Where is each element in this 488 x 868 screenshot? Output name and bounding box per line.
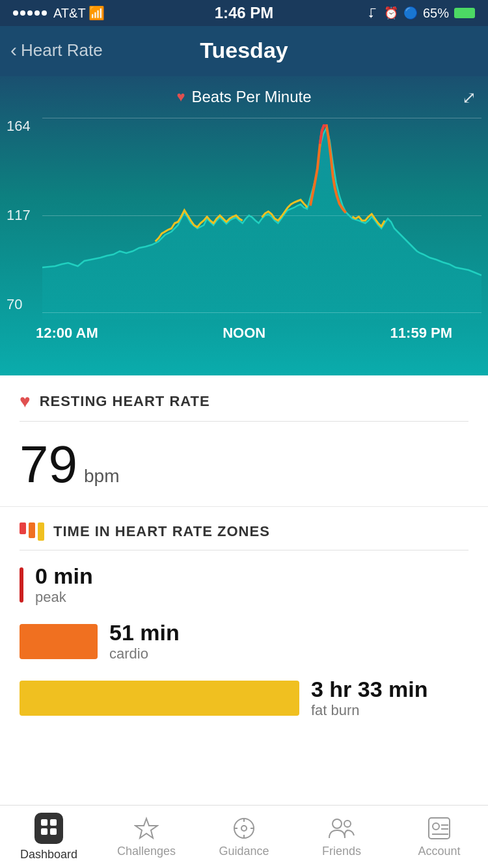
x-label-start: 12:00 AM: [36, 325, 98, 342]
heart-rate-chart-container: ♥ Beats Per Minute ⤢ 164 117 70: [0, 76, 488, 375]
x-label-end: 11:59 PM: [390, 325, 452, 342]
nav-item-account[interactable]: Account: [390, 806, 488, 868]
back-chevron-icon: ‹: [10, 40, 17, 60]
nav-item-guidance[interactable]: Guidance: [195, 806, 293, 868]
zone-row-cardio: 51 min cardio: [20, 620, 468, 662]
battery-icon: [454, 8, 475, 18]
chart-legend: ♥ Beats Per Minute: [0, 76, 488, 111]
back-button[interactable]: ‹ Heart Rate: [10, 40, 103, 61]
heart-rate-svg: [42, 111, 481, 319]
y-label-mid: 117: [7, 207, 39, 224]
stats-section: ♥ RESTING HEART RATE 79 bpm TIME IN HEAR…: [0, 375, 488, 814]
nav-item-dashboard[interactable]: Dashboard: [0, 806, 98, 868]
nav-label-guidance: Guidance: [219, 845, 269, 858]
x-axis-labels: 12:00 AM NOON 11:59 PM: [0, 319, 488, 342]
svg-point-7: [241, 826, 247, 831]
expand-button[interactable]: ⤢: [462, 88, 476, 108]
resting-hr-unit: bpm: [84, 466, 119, 487]
zone-info-peak: 0 min peak: [35, 563, 93, 606]
battery-label: 65%: [423, 6, 449, 21]
resting-hr-value: 79: [20, 439, 77, 491]
zone-bar-peak: [20, 567, 23, 603]
bluetooth-icon: 🔵: [403, 6, 418, 20]
page-header: ‹ Heart Rate Tuesday: [0, 26, 488, 76]
zone-bar-fatburn: [20, 681, 299, 716]
svg-point-15: [433, 823, 439, 830]
zone-time-cardio: 51 min: [109, 620, 180, 645]
status-left: AT&T 📶: [13, 5, 105, 21]
svg-rect-3: [41, 828, 47, 835]
x-label-mid: NOON: [223, 325, 265, 342]
resting-hr-title: RESTING HEART RATE: [40, 393, 210, 410]
wifi-icon: 📶: [88, 5, 105, 21]
zones-icon: [20, 522, 44, 541]
svg-rect-2: [50, 819, 57, 826]
zones-section: TIME IN HEART RATE ZONES 0 min peak 51 m…: [0, 507, 488, 749]
y-label-high: 164: [7, 118, 39, 135]
y-label-low: 70: [7, 296, 39, 313]
resting-hr-section: ♥ RESTING HEART RATE 79 bpm: [0, 375, 488, 507]
status-time: 1:46 PM: [215, 4, 274, 22]
svg-point-12: [332, 819, 342, 828]
zone-bar-yellow: [38, 522, 44, 541]
zone-bar-cardio: [20, 624, 98, 659]
account-icon: [427, 816, 452, 841]
chart-svg-wrapper: [42, 111, 481, 319]
back-label: Heart Rate: [21, 40, 103, 61]
svg-marker-5: [135, 819, 157, 838]
friends-icon: [328, 816, 355, 841]
zone-name-peak: peak: [35, 589, 93, 606]
nav-item-friends[interactable]: Friends: [293, 806, 390, 868]
zone-bar-red: [20, 522, 26, 534]
status-bar: AT&T 📶 1:46 PM ⮦ ⏰ 🔵 65%: [0, 0, 488, 26]
page-title: Tuesday: [200, 38, 288, 63]
zone-row-fatburn: 3 hr 33 min fat burn: [20, 677, 468, 719]
zone-name-cardio: cardio: [109, 645, 180, 662]
legend-heart-icon: ♥: [176, 88, 185, 105]
zone-bar-orange: [29, 522, 35, 538]
zone-info-cardio: 51 min cardio: [109, 620, 180, 662]
zone-time-peak: 0 min: [35, 563, 93, 589]
resting-hr-header: ♥ RESTING HEART RATE: [20, 391, 468, 422]
svg-rect-4: [50, 828, 57, 835]
chart-area: 164 117 70: [7, 111, 481, 319]
alarm-icon: ⏰: [384, 6, 398, 20]
legend-text: Beats Per Minute: [191, 88, 311, 106]
nav-label-account: Account: [418, 845, 460, 858]
location-icon: ⮦: [367, 7, 379, 20]
zone-info-fatburn: 3 hr 33 min fat burn: [311, 677, 428, 719]
guidance-icon: [232, 816, 256, 841]
carrier-label: AT&T: [53, 6, 86, 21]
signal-dots: [13, 10, 47, 16]
status-right: ⮦ ⏰ 🔵 65%: [367, 6, 475, 21]
svg-point-13: [344, 821, 351, 827]
zones-header: TIME IN HEART RATE ZONES: [20, 522, 468, 550]
challenges-icon: [134, 816, 159, 841]
nav-item-challenges[interactable]: Challenges: [98, 806, 195, 868]
dashboard-icon: [40, 818, 58, 836]
resting-heart-icon: ♥: [20, 391, 31, 412]
zone-row-peak: 0 min peak: [20, 563, 468, 606]
resting-hr-value-row: 79 bpm: [20, 432, 468, 491]
nav-label-dashboard: Dashboard: [20, 848, 77, 861]
y-axis-labels: 164 117 70: [7, 111, 39, 319]
nav-label-challenges: Challenges: [117, 845, 176, 858]
zone-time-fatburn: 3 hr 33 min: [311, 677, 428, 702]
svg-rect-1: [41, 819, 47, 826]
zones-title: TIME IN HEART RATE ZONES: [53, 523, 270, 540]
bottom-nav: Dashboard Challenges Guidance Friends: [0, 805, 488, 868]
nav-label-friends: Friends: [322, 845, 361, 858]
zone-name-fatburn: fat burn: [311, 702, 428, 719]
